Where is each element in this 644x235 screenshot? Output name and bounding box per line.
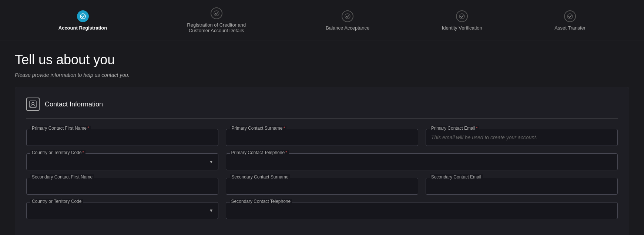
secondary-surname-group: Secondary Contact Surname [226,178,418,195]
secondary-telephone-label: Secondary Contact Telephone [230,199,292,204]
secondary-email-label: Secondary Contact Email [430,174,483,180]
page-content: Tell us about you Please provide informa… [0,41,644,235]
secondary-telephone-input[interactable] [226,202,617,219]
country-code-secondary-select[interactable] [27,202,218,219]
primary-telephone-label: Primary Contact Telephone* [230,150,289,155]
primary-surname-group: Primary Contact Surname* [226,129,418,146]
primary-surname-label: Primary Contact Surname* [230,126,286,131]
secondary-email-input[interactable] [426,178,617,194]
secondary-first-name-input[interactable] [27,178,218,194]
country-code-secondary-wrapper: Country or Territory Code ▼ [26,202,218,219]
form-row-4: Country or Territory Code ▼ Secondary Co… [26,202,618,219]
secondary-telephone-group: Secondary Contact Telephone [226,202,618,219]
country-code-secondary-group: Country or Territory Code ▼ [26,202,218,219]
card-header: Contact Information [26,98,618,111]
secondary-surname-label: Secondary Contact Surname [230,174,290,180]
country-code-secondary-select-wrapper: ▼ [27,202,218,219]
step-circle-identity-verification [456,10,468,22]
step-account-registration[interactable]: Account Registration [58,10,107,31]
primary-telephone-group: Primary Contact Telephone* [226,153,618,170]
form-row-2: Country or Territory Code* ▼ Primary Con… [26,153,618,170]
primary-email-group: Primary Contact Email* [426,129,618,146]
contact-icon [26,98,40,111]
primary-telephone-input[interactable] [226,154,617,170]
step-circle-account-registration [77,10,89,22]
step-circle-creditor-customer [211,7,222,19]
secondary-first-name-wrapper: Secondary Contact First Name [26,178,218,195]
step-label-identity-verification: Identity Verification [442,25,482,31]
secondary-surname-wrapper: Secondary Contact Surname [226,178,418,195]
secondary-first-name-group: Secondary Contact First Name [26,178,218,195]
country-code-primary-group: Country or Territory Code* ▼ [26,153,218,170]
form-row-3: Secondary Contact First Name Secondary C… [26,178,618,195]
step-creditor-customer[interactable]: Registration of Creditor and Customer Ac… [180,7,254,33]
primary-telephone-wrapper: Primary Contact Telephone* [226,153,618,170]
country-code-primary-select-wrapper: ▼ [27,154,218,170]
primary-email-label: Primary Contact Email* [430,126,479,131]
primary-first-name-wrapper: Primary Contact First Name* [26,129,218,146]
step-circle-asset-transfer [564,10,576,22]
primary-surname-wrapper: Primary Contact Surname* [226,129,418,146]
primary-email-input[interactable] [426,129,617,146]
card-title: Contact Information [45,101,103,108]
country-code-primary-wrapper: Country or Territory Code* ▼ [26,153,218,170]
step-circle-balance-acceptance [342,10,353,22]
step-label-asset-transfer: Asset Transfer [554,25,586,31]
svg-point-4 [567,14,573,19]
primary-first-name-label: Primary Contact First Name* [30,126,91,131]
secondary-email-wrapper: Secondary Contact Email [426,178,618,195]
card-divider [26,118,618,119]
primary-email-wrapper: Primary Contact Email* [426,129,618,146]
primary-surname-input[interactable] [226,129,417,146]
primary-first-name-input[interactable] [27,129,218,146]
country-code-secondary-label: Country or Territory Code [30,199,83,204]
svg-point-0 [80,14,85,19]
svg-point-1 [214,11,219,16]
step-balance-acceptance[interactable]: Balance Acceptance [326,10,369,31]
secondary-telephone-wrapper: Secondary Contact Telephone [226,202,618,219]
stepper: Account Registration Registration of Cre… [0,0,644,41]
svg-point-2 [345,14,350,19]
secondary-first-name-label: Secondary Contact First Name [30,174,94,180]
page-title: Tell us about you [15,52,629,68]
svg-point-3 [459,14,464,19]
page-subtitle: Please provide information to help us co… [15,72,629,78]
step-label-balance-acceptance: Balance Acceptance [326,25,369,31]
form-row-1: Primary Contact First Name* Primary Cont… [26,129,618,146]
step-identity-verification[interactable]: Identity Verification [442,10,482,31]
primary-first-name-group: Primary Contact First Name* [26,129,218,146]
secondary-email-group: Secondary Contact Email [426,178,618,195]
country-code-primary-select[interactable] [27,154,218,170]
step-label-account-registration: Account Registration [58,25,107,31]
step-asset-transfer[interactable]: Asset Transfer [554,10,586,31]
secondary-surname-input[interactable] [226,178,417,194]
contact-information-card: Contact Information Primary Contact Firs… [15,87,629,235]
country-code-primary-label: Country or Territory Code* [30,150,85,155]
step-label-creditor-customer: Registration of Creditor and Customer Ac… [180,22,254,33]
svg-point-6 [32,102,34,105]
